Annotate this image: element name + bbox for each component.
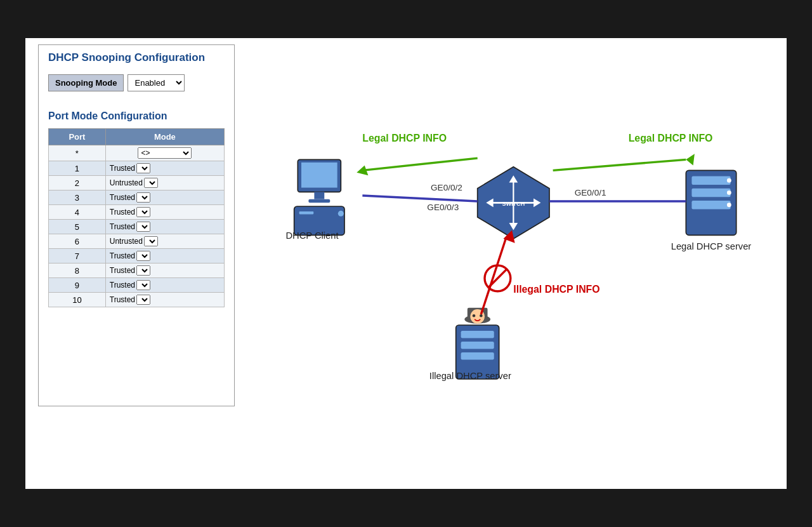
mode-dropdown[interactable]: TrustedUntrusted xyxy=(136,192,150,203)
port-cell: 8 xyxy=(49,264,106,278)
port-cell: 5 xyxy=(49,220,106,234)
port-cell: 1 xyxy=(49,161,106,176)
mode-dropdown[interactable]: TrustedUntrusted xyxy=(136,163,150,173)
mode-cell: TrustedTrustedUntrusted xyxy=(105,190,224,205)
svg-rect-17 xyxy=(691,176,730,185)
port-cell: * xyxy=(49,145,106,161)
mode-cell: TrustedTrustedUntrusted xyxy=(105,264,224,278)
snooping-row: Snooping Mode Enabled Disabled xyxy=(48,74,225,91)
mode-dropdown[interactable]: TrustedUntrusted xyxy=(136,280,150,290)
legal-server-icon xyxy=(686,170,736,235)
ge002-label: GE0/0/2 xyxy=(431,183,462,192)
mode-cell: UntrustedTrustedUntrusted xyxy=(105,234,224,249)
col-port: Port xyxy=(49,129,106,145)
mode-cell: TrustedTrustedUntrusted xyxy=(105,293,224,307)
mode-dropdown[interactable]: TrustedUntrusted xyxy=(136,295,150,305)
mode-cell: UntrustedTrustedUntrusted xyxy=(105,176,224,190)
mode-dropdown[interactable]: TrustedUntrusted xyxy=(144,178,158,188)
ge001-label: GE0/0/1 xyxy=(575,188,606,197)
port-cell: 9 xyxy=(49,278,106,293)
port-cell: 3 xyxy=(49,190,106,205)
mode-cell: TrustedTrustedUntrusted xyxy=(105,205,224,220)
svg-point-30 xyxy=(473,314,476,317)
port-cell: 7 xyxy=(49,249,106,264)
port-cell: 6 xyxy=(49,234,106,249)
mode-cell: TrustedTrustedUntrusted xyxy=(105,220,224,234)
mode-cell: TrustedTrustedUntrusted xyxy=(105,249,224,264)
illegal-server-icon xyxy=(456,308,499,379)
snooping-mode-label: Snooping Mode xyxy=(48,74,124,91)
svg-point-21 xyxy=(727,190,731,195)
port-table: Port Mode *<>TrustedUntrusted1TrustedTru… xyxy=(48,128,225,307)
svg-rect-2 xyxy=(314,192,324,199)
svg-rect-19 xyxy=(691,201,730,210)
dhcp-client-label: DHCP Client xyxy=(285,230,338,241)
mode-dropdown[interactable]: TrustedUntrusted xyxy=(136,265,150,276)
svg-text:SWITCH: SWITCH xyxy=(502,201,525,207)
right-panel: DHCP Client SWITCH xyxy=(247,44,787,476)
mode-select-wildcard[interactable]: <>TrustedUntrusted xyxy=(138,147,192,159)
svg-rect-24 xyxy=(461,331,494,338)
mode-dropdown[interactable]: TrustedUntrusted xyxy=(136,251,150,261)
mode-dropdown[interactable]: TrustedUntrusted xyxy=(144,236,158,246)
ge003-label: GE0/0/3 xyxy=(427,203,459,212)
port-cell: 4 xyxy=(49,205,106,220)
legal-info-right-label: Legal DHCP INFO xyxy=(629,133,713,143)
diagram-svg: DHCP Client SWITCH xyxy=(247,44,787,476)
dhcp-client-icon xyxy=(294,159,344,235)
svg-rect-26 xyxy=(461,352,494,359)
left-panel: DHCP Snooping Configuration Snooping Mod… xyxy=(38,44,235,406)
mode-cell: TrustedTrustedUntrusted xyxy=(105,161,224,176)
main-content: DHCP Snooping Configuration Snooping Mod… xyxy=(25,38,787,489)
panel-title: DHCP Snooping Configuration xyxy=(48,51,225,64)
legal-server-label: Legal DHCP server xyxy=(671,241,752,251)
snooping-mode-select[interactable]: Enabled Disabled xyxy=(128,74,185,91)
mode-dropdown[interactable]: TrustedUntrusted xyxy=(136,222,150,232)
green-arrow-left xyxy=(362,158,477,170)
svg-point-20 xyxy=(727,178,731,183)
svg-rect-1 xyxy=(301,163,337,188)
port-mode-title: Port Mode Configuration xyxy=(48,110,225,122)
switch-icon: SWITCH xyxy=(478,167,549,239)
illegal-server-label: Illegal DHCP server xyxy=(429,371,511,381)
svg-rect-25 xyxy=(461,342,494,349)
green-arrow-right xyxy=(553,159,686,170)
legal-info-left-label: Legal DHCP INFO xyxy=(362,133,447,143)
mode-cell: <>TrustedUntrusted xyxy=(105,145,224,161)
svg-point-31 xyxy=(480,314,483,317)
svg-point-6 xyxy=(338,211,344,217)
port-cell: 10 xyxy=(49,293,106,307)
no-sign-line xyxy=(488,269,507,288)
port-cell: 2 xyxy=(49,176,106,190)
illegal-info-label: Illegal DHCP INFO xyxy=(513,284,599,295)
line-client-switch xyxy=(362,196,477,201)
col-mode: Mode xyxy=(105,129,224,145)
svg-rect-18 xyxy=(691,189,730,197)
green-arrowhead-right xyxy=(686,154,695,165)
mode-dropdown[interactable]: TrustedUntrusted xyxy=(136,207,150,217)
svg-rect-5 xyxy=(299,211,314,215)
svg-point-22 xyxy=(727,203,731,207)
mode-cell: TrustedTrustedUntrusted xyxy=(105,278,224,293)
svg-rect-3 xyxy=(308,199,330,203)
